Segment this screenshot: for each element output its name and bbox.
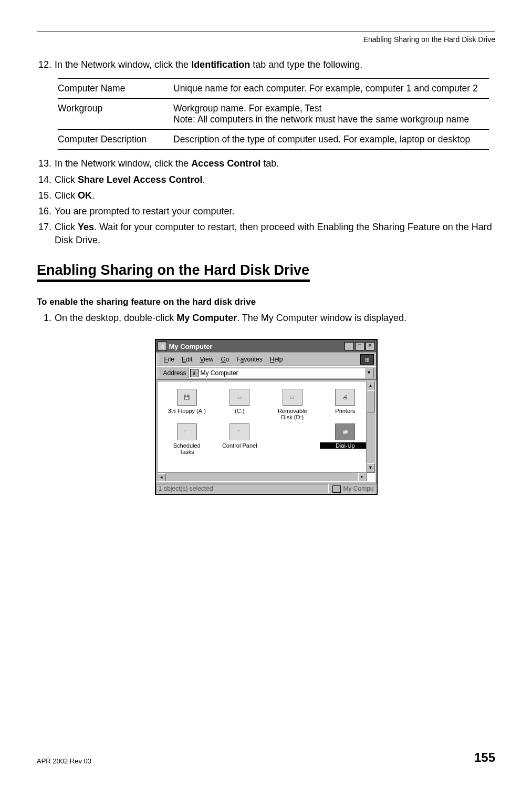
- close-button[interactable]: ×: [366, 342, 375, 350]
- client-area[interactable]: 💾 3½ Floppy (A:) ▭ (C:) ▭ RemovableDisk …: [157, 381, 375, 482]
- address-dropdown-button[interactable]: ▼: [364, 368, 374, 378]
- drive-floppy[interactable]: 💾 3½ Floppy (A:): [162, 389, 213, 420]
- computer-icon: 🖥: [190, 369, 199, 377]
- step-17: 17. Click Yes. Wait for your computer to…: [37, 221, 495, 246]
- section-heading: Enabling Sharing on the Hard Disk Drive: [37, 262, 495, 278]
- cell-value: Unique name for each computer. For examp…: [173, 79, 489, 99]
- scheduled-tasks-icon: 📁: [177, 423, 197, 440]
- text: . The My Computer window is displayed.: [237, 313, 406, 323]
- text: Click: [55, 174, 78, 185]
- grip-icon[interactable]: [159, 369, 161, 377]
- bold-text: OK: [78, 190, 92, 201]
- text: . Wait for your computer to restart, the…: [55, 222, 492, 245]
- bold-text: Share Level Access Control: [78, 174, 202, 185]
- table-row: Workgroup Workgroup name. For example, T…: [58, 99, 489, 130]
- icon-label: RemovableDisk (D:): [267, 408, 318, 420]
- grip-icon[interactable]: [159, 355, 161, 364]
- bold-text: Yes: [78, 222, 94, 232]
- address-label: Address: [163, 369, 186, 377]
- step-body: In the Network window, click the Access …: [55, 157, 495, 170]
- scheduled-tasks[interactable]: 📁 ScheduledTasks: [162, 423, 213, 455]
- step-number: 16.: [37, 205, 55, 218]
- step-number: 1.: [37, 312, 55, 324]
- menu-help[interactable]: Help: [270, 356, 283, 363]
- cell-value: Description of the type of computer used…: [173, 130, 489, 150]
- step-number: 17.: [37, 221, 55, 246]
- windows-logo-icon: ⊞: [360, 354, 374, 365]
- printers-icon: 🖨: [335, 389, 355, 406]
- my-computer-window: 🖥 My Computer _ □ × File Edit View Go Fa…: [155, 339, 378, 495]
- scroll-up-button[interactable]: ▲: [367, 381, 375, 391]
- text: On the desktop, double-click: [55, 313, 176, 323]
- address-value: My Computer: [201, 369, 238, 377]
- menu-go[interactable]: Go: [221, 356, 229, 363]
- running-head: Enabling Sharing on the Hard Disk Drive: [37, 35, 495, 44]
- titlebar[interactable]: 🖥 My Computer _ □ ×: [156, 340, 377, 353]
- menu-edit[interactable]: Edit: [182, 356, 193, 363]
- floppy-icon: 💾: [177, 389, 197, 406]
- computer-icon: [332, 485, 341, 493]
- text: .: [202, 174, 205, 185]
- page-footer: APR 2002 Rev 03 155: [37, 750, 495, 765]
- step-number: 12.: [37, 58, 55, 71]
- step-number: 15.: [37, 189, 55, 202]
- text: In the Network window, click the: [55, 158, 191, 169]
- cell-label: Computer Description: [58, 130, 173, 150]
- icon-label: ScheduledTasks: [162, 442, 213, 455]
- menu-file[interactable]: File: [164, 356, 174, 363]
- step-body: Click Share Level Access Control.: [55, 173, 495, 186]
- blank-cell: [267, 423, 318, 455]
- minimize-button[interactable]: _: [345, 342, 354, 350]
- icon-label: Control Panel: [214, 442, 265, 449]
- step-body: Click Yes. Wait for your computer to res…: [55, 221, 495, 246]
- bold-text: Identification: [191, 59, 250, 70]
- drive-removable[interactable]: ▭ RemovableDisk (D:): [267, 389, 318, 420]
- menu-favorites[interactable]: Favorites: [236, 356, 262, 363]
- menu-view[interactable]: View: [200, 356, 214, 363]
- step-body: In the Network window, click the Identif…: [55, 58, 495, 71]
- status-bar: 1 object(s) selected My Compu: [156, 483, 377, 494]
- menubar: File Edit View Go Favorites Help ⊞: [156, 353, 377, 366]
- dial-up-icon: 📁: [335, 423, 355, 440]
- step-body: You are prompted to restart your compute…: [55, 205, 495, 218]
- text: Click: [55, 190, 78, 201]
- control-panel[interactable]: 📁 Control Panel: [214, 423, 265, 455]
- header-rule: [37, 32, 495, 32]
- step-1: 1. On the desktop, double-click My Compu…: [37, 312, 495, 324]
- subheading: To enable the sharing feature on the har…: [37, 297, 495, 307]
- vertical-scrollbar[interactable]: ▲ ▼: [366, 381, 375, 473]
- step-13: 13. In the Network window, click the Acc…: [37, 157, 495, 170]
- cell-label: Computer Name: [58, 79, 173, 99]
- scroll-right-button[interactable]: ▸: [358, 473, 367, 481]
- window-title: My Computer: [169, 343, 343, 350]
- text: tab and type the following.: [250, 59, 362, 70]
- dial-up-networking[interactable]: 📁 Dial-Up: [320, 423, 371, 455]
- section-rule: [37, 280, 310, 282]
- scroll-left-button[interactable]: ◂: [158, 473, 166, 482]
- text: tab.: [260, 158, 279, 169]
- status-text: 1 object(s) selected: [156, 484, 329, 493]
- maximize-button[interactable]: □: [355, 342, 364, 350]
- drive-c[interactable]: ▭ (C:): [214, 389, 265, 420]
- text: .: [92, 190, 95, 201]
- address-bar: Address 🖥 My Computer ▼: [156, 366, 377, 380]
- cell-label: Workgroup: [58, 99, 173, 130]
- step-number: 14.: [37, 173, 55, 186]
- table-row: Computer Description Description of the …: [58, 130, 489, 150]
- scroll-thumb[interactable]: [367, 390, 375, 412]
- text: In the Network window, click the: [55, 59, 191, 70]
- cell-value: Workgroup name. For example, Test Note: …: [173, 99, 489, 130]
- icon-label: 3½ Floppy (A:): [162, 408, 213, 414]
- page-number: 155: [474, 750, 495, 765]
- scroll-down-button[interactable]: ▼: [367, 463, 375, 473]
- address-input[interactable]: 🖥 My Computer: [189, 368, 364, 378]
- removable-disk-icon: ▭: [283, 389, 302, 406]
- bold-text: Access Control: [191, 158, 260, 169]
- step-12: 12. In the Network window, click the Ide…: [37, 58, 495, 71]
- horizontal-scrollbar[interactable]: ◂ ▸: [158, 472, 367, 481]
- revision-text: APR 2002 Rev 03: [37, 757, 91, 765]
- text: Click: [55, 222, 78, 232]
- table-row: Computer Name Unique name for each compu…: [58, 79, 489, 99]
- printers-folder[interactable]: 🖨 Printers: [320, 389, 371, 420]
- computer-icon: 🖥: [158, 342, 167, 351]
